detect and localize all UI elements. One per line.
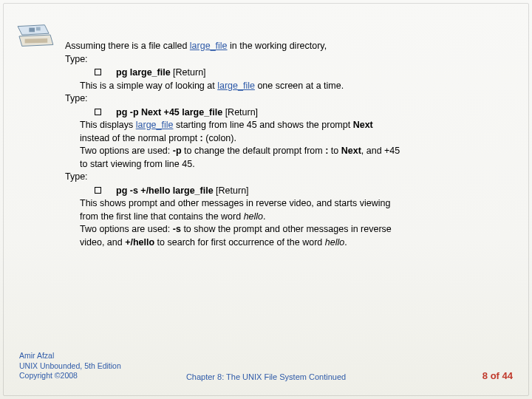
svg-rect-1 [36,27,41,31]
text: . [344,237,347,248]
text: one screen at a time. [255,81,344,91]
text: pg -s +/hello large_file [116,185,214,196]
desc-line: instead of the normal prompt : (colon). [80,132,510,145]
text: +/hello [125,237,154,248]
copyright-line: Copyright ©2008 [19,371,121,381]
desc-line: Two options are used: -p to change the d… [80,145,510,157]
text: to show the prompt and other messages in… [181,224,392,234]
text: Next [353,120,373,130]
text: hello [244,211,263,222]
footer-chapter: Chapter 8: The UNIX File System Continue… [186,372,346,381]
text: in the working directory, [228,41,327,51]
slide-body: Assuming there is a file called large_fi… [65,40,510,249]
text: This is a simple way of looking at [80,81,217,91]
text: instead of the normal prompt [80,133,200,143]
intro-line: Assuming there is a file called large_fi… [65,40,510,52]
text: video, and [80,237,125,248]
desc-line: from the first line that contains the wo… [80,211,510,223]
filename-link[interactable]: large_file [217,81,255,91]
text: , and +45 [361,146,400,156]
command-row: pg -p Next +45 large_file [Return] [95,106,510,120]
command-text: pg -p Next +45 large_file [Return] [116,106,258,119]
text: pg large_file [116,67,171,78]
text: Two options are used: [80,146,173,156]
desc-line: This displays large_file starting from l… [80,119,510,132]
desc-line: to start viewing from line 45. [80,158,510,171]
text: [Return] [171,67,206,78]
square-bullet-icon [95,69,101,75]
text: [Return] [222,107,258,117]
text: -s [173,224,181,234]
square-bullet-icon [95,187,101,194]
filename-link[interactable]: large_file [190,41,228,51]
text: . [263,211,265,222]
text: to [328,146,341,156]
footer-left: Amir Afzal UNIX Unbounded, 5th Edition C… [19,351,121,381]
text: from the first line that contains the wo… [80,211,244,222]
text: [Return] [214,185,249,196]
desc-line: This shows prompt and other messages in … [80,197,510,210]
slide-footer: Amir Afzal UNIX Unbounded, 5th Edition C… [19,351,513,381]
slide-logo [13,21,56,53]
text: pg -p Next +45 large_file [116,107,222,117]
desc-line: Two options are used: -s to show the pro… [80,223,510,236]
text: Assuming there is a file called [65,41,190,51]
text: Two options are used: [80,224,173,234]
text: starting from line 45 and shows the prom… [173,120,352,130]
command-text: pg large_file [Return] [116,66,206,79]
desc-line: video, and +/hello to search for first o… [80,236,510,249]
text: (colon). [203,133,236,143]
square-bullet-icon [95,109,101,115]
command-text: pg -s +/hello large_file [Return] [116,185,249,197]
text: -p [173,146,182,156]
text: This displays [80,120,136,130]
text: to change the default prompt from [182,146,326,156]
command-row: pg -s +/hello large_file [Return] [95,184,510,198]
author-line: Amir Afzal [19,351,121,361]
text: hello [325,237,344,248]
desc-line: This is a simple way of looking at large… [80,80,510,92]
svg-rect-0 [29,28,35,33]
command-row: pg large_file [Return] [95,66,510,80]
type-label: Type: [65,53,510,66]
type-label: Type: [65,92,510,105]
page-number: 8 of 44 [482,370,513,381]
text: to search for first occurrence of the wo… [154,237,325,248]
filename-link[interactable]: large_file [136,120,174,130]
text: Next [341,146,361,156]
book-line: UNIX Unbounded, 5th Edition [19,361,121,372]
type-label: Type: [65,171,510,183]
